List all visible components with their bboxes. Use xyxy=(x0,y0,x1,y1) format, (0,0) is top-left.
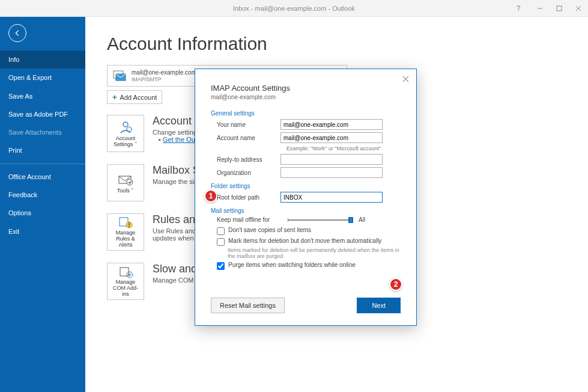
dont-save-label: Don't save copies of sent items xyxy=(228,227,311,233)
account-name-input[interactable] xyxy=(280,132,383,143)
keep-offline-value: All xyxy=(359,216,365,223)
rules-icon xyxy=(118,216,133,229)
svg-rect-13 xyxy=(129,226,130,227)
your-name-label: Your name xyxy=(211,121,280,128)
com-addins-tile[interactable]: Manage COM Add-ins xyxy=(107,263,144,300)
sidebar-separator xyxy=(0,164,85,164)
reset-mail-settings-button[interactable]: Reset Mail settings xyxy=(211,298,285,313)
svg-point-7 xyxy=(127,127,132,132)
maximize-button[interactable] xyxy=(550,0,569,17)
plus-icon: + xyxy=(112,93,117,102)
sidebar-item-save-adobe-pdf[interactable]: Save as Adobe PDF xyxy=(0,105,85,123)
account-name-hint: Example: "Work" or "Microsoft account" xyxy=(286,145,401,152)
minimize-button[interactable] xyxy=(530,0,550,17)
sidebar-item-options[interactable]: Options xyxy=(0,204,85,222)
reply-to-input[interactable] xyxy=(280,154,383,165)
imap-settings-dialog: IMAP Account Settings mail@one-example.c… xyxy=(195,69,417,326)
purge-checkbox[interactable] xyxy=(217,262,225,270)
title-bar: Inbox - mail@one-example.com - Outlook ? xyxy=(0,0,588,17)
sidebar-item-save-as[interactable]: Save As xyxy=(0,87,85,105)
your-name-input[interactable] xyxy=(280,119,383,130)
organization-label: Organization xyxy=(211,170,280,176)
add-account-label: Add Account xyxy=(120,94,157,101)
dialog-close-button[interactable] xyxy=(399,73,411,85)
sidebar-item-office-account[interactable]: Office Account xyxy=(0,168,85,186)
annotation-2: 2 xyxy=(389,278,402,291)
mark-deletion-note: Items marked for deletion will be perman… xyxy=(228,247,401,259)
dont-save-checkbox[interactable] xyxy=(217,227,225,235)
back-button[interactable] xyxy=(8,24,26,42)
purge-label: Purge items when switching folders while… xyxy=(228,262,356,268)
page-title: Account Information xyxy=(107,34,566,54)
root-folder-input[interactable] xyxy=(280,192,383,203)
svg-point-6 xyxy=(123,122,128,127)
dialog-subtitle: mail@one-example.com xyxy=(211,94,401,100)
sidebar-item-feedback[interactable]: Feedback xyxy=(0,186,85,204)
account-name-label: Account name xyxy=(211,135,280,141)
next-button[interactable]: Next xyxy=(357,298,401,313)
svg-rect-12 xyxy=(129,222,130,225)
account-email: mail@one-example.com xyxy=(132,69,196,76)
svg-point-9 xyxy=(127,179,133,185)
help-button[interactable]: ? xyxy=(511,0,526,17)
backstage-sidebar: Info Open & Export Save As Save as Adobe… xyxy=(0,17,85,392)
mark-deletion-checkbox[interactable] xyxy=(217,238,225,246)
account-icon xyxy=(111,69,128,83)
rules-alerts-tile[interactable]: Manage Rules & Alerts xyxy=(107,213,144,251)
sidebar-item-print[interactable]: Print xyxy=(0,141,85,159)
addins-icon xyxy=(118,265,133,278)
tools-tile[interactable]: Tools ˅ xyxy=(107,164,144,201)
svg-rect-1 xyxy=(557,6,562,11)
account-settings-icon xyxy=(118,119,133,135)
sidebar-item-save-attachments: Save Attachments xyxy=(0,123,85,141)
sidebar-item-info[interactable]: Info xyxy=(0,51,85,69)
window-title: Inbox - mail@one-example.com - Outlook xyxy=(233,5,355,12)
sidebar-item-exit[interactable]: Exit xyxy=(0,222,85,240)
sidebar-item-open-export[interactable]: Open & Export xyxy=(0,69,85,87)
organization-input[interactable] xyxy=(280,167,383,178)
keep-offline-slider[interactable] xyxy=(288,219,351,221)
folder-settings-head: Folder settings xyxy=(211,183,401,189)
window-controls xyxy=(530,0,588,17)
tools-icon xyxy=(118,171,133,187)
account-protocol: IMAP/SMTP xyxy=(132,76,196,83)
mail-settings-head: Mail settings xyxy=(211,207,401,214)
account-settings-tile[interactable]: Account Settings ˅ xyxy=(107,115,144,152)
add-account-button[interactable]: + Add Account xyxy=(107,90,162,104)
mark-deletion-label: Mark items for deletion but don't move t… xyxy=(228,237,381,244)
svg-rect-14 xyxy=(120,268,129,276)
general-settings-head: General settings xyxy=(211,110,401,117)
keep-offline-label: Keep mail offline for xyxy=(211,216,280,223)
close-button[interactable] xyxy=(569,0,588,17)
annotation-1: 1 xyxy=(204,189,217,203)
reply-to-label: Reply-to address xyxy=(211,156,280,163)
root-folder-label: Root folder path xyxy=(211,194,280,201)
dialog-title: IMAP Account Settings xyxy=(211,84,401,93)
